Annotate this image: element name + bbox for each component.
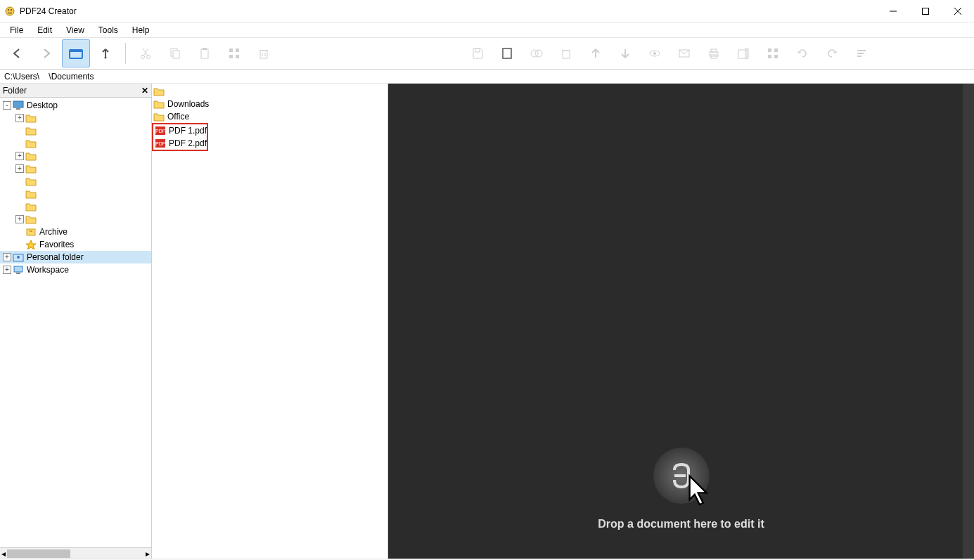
tree-row[interactable]: Archive bbox=[0, 226, 151, 238]
tree-row[interactable] bbox=[0, 137, 151, 150]
file-row-pdf[interactable]: PDFPDF 2.pdf bbox=[153, 137, 207, 150]
rotate-right-button[interactable] bbox=[818, 39, 846, 67]
scroll-left-icon[interactable]: ◂ bbox=[1, 549, 6, 559]
file-row-folder[interactable]: Downloads bbox=[152, 98, 387, 110]
grid-view-button[interactable] bbox=[220, 39, 248, 67]
move-down-button[interactable] bbox=[611, 39, 639, 67]
folder-header: Folder ✕ bbox=[0, 84, 151, 98]
pathbar: C:\Users\ \Documents bbox=[0, 70, 974, 84]
trash-button[interactable] bbox=[552, 39, 580, 67]
explorer-button[interactable] bbox=[62, 39, 90, 67]
path-prefix: C:\Users\ bbox=[4, 72, 39, 82]
svg-text:PDF: PDF bbox=[155, 129, 165, 134]
tree-scrollbar[interactable]: ◂ ▸ bbox=[0, 547, 151, 559]
expand-icon[interactable]: + bbox=[15, 114, 24, 122]
svg-rect-8 bbox=[70, 50, 82, 52]
file-row-folder[interactable]: Office bbox=[152, 110, 387, 123]
menu-edit[interactable]: Edit bbox=[30, 23, 59, 37]
up-button[interactable] bbox=[91, 39, 120, 67]
email-button[interactable] bbox=[670, 39, 698, 67]
close-button[interactable] bbox=[942, 0, 974, 22]
file-row-folder[interactable] bbox=[152, 85, 387, 98]
folder-pane-close[interactable]: ✕ bbox=[141, 86, 148, 96]
folder-header-label: Folder bbox=[3, 86, 27, 96]
save-button[interactable] bbox=[463, 39, 492, 67]
svg-line-12 bbox=[143, 48, 148, 56]
tree-row[interactable]: + bbox=[0, 150, 151, 162]
svg-point-11 bbox=[147, 56, 150, 59]
svg-rect-48 bbox=[16, 108, 20, 110]
scroll-right-icon[interactable]: ▸ bbox=[146, 549, 150, 559]
expand-icon[interactable]: + bbox=[15, 152, 24, 160]
svg-rect-30 bbox=[563, 51, 570, 58]
back-button[interactable] bbox=[3, 39, 31, 67]
tree-row[interactable]: +Workspace bbox=[0, 263, 151, 276]
path-suffix: \Documents bbox=[49, 72, 94, 82]
folder-icon bbox=[153, 112, 165, 122]
file-label: PDF 1.pdf bbox=[169, 126, 207, 136]
menu-tools[interactable]: Tools bbox=[91, 23, 125, 37]
menu-file[interactable]: File bbox=[3, 23, 30, 37]
print-button[interactable] bbox=[700, 39, 728, 67]
new-doc-button[interactable] bbox=[493, 39, 521, 67]
svg-rect-53 bbox=[14, 266, 23, 272]
tree-row[interactable]: Favorites bbox=[0, 238, 151, 251]
file-list-pane[interactable]: DownloadsOfficePDFPDF 1.pdfPDFPDF 2.pdf bbox=[152, 84, 388, 559]
forward-button[interactable] bbox=[32, 39, 60, 67]
svg-point-1 bbox=[8, 9, 9, 11]
menu-help[interactable]: Help bbox=[125, 23, 157, 37]
thumbnails-button[interactable] bbox=[759, 39, 787, 67]
svg-rect-21 bbox=[236, 55, 239, 58]
delete-button[interactable] bbox=[250, 39, 278, 67]
svg-rect-42 bbox=[768, 55, 771, 58]
titlebar: PDF24 Creator bbox=[0, 0, 974, 22]
favorites-icon bbox=[25, 240, 37, 249]
copy-button[interactable] bbox=[161, 39, 189, 67]
tree-row[interactable]: + bbox=[0, 112, 151, 124]
desktop-icon bbox=[13, 100, 24, 110]
expand-icon[interactable]: + bbox=[3, 253, 11, 261]
fax-button[interactable] bbox=[729, 39, 757, 67]
folder-icon bbox=[25, 113, 37, 123]
rotate-left-button[interactable] bbox=[788, 39, 816, 67]
tree-row[interactable] bbox=[0, 200, 151, 213]
tree-row[interactable]: -Desktop bbox=[0, 99, 151, 112]
file-row-pdf[interactable]: PDFPDF 1.pdf bbox=[153, 124, 207, 137]
tree-row[interactable] bbox=[0, 188, 151, 200]
minimize-button[interactable] bbox=[877, 0, 909, 22]
expand-icon[interactable]: + bbox=[3, 266, 11, 274]
tree-row[interactable] bbox=[0, 124, 151, 137]
editor-scrollbar[interactable] bbox=[963, 84, 974, 559]
editor-pane[interactable]: Drop a document here to edit it bbox=[388, 84, 974, 559]
tree-row[interactable]: + bbox=[0, 162, 151, 175]
maximize-button[interactable] bbox=[909, 0, 942, 22]
expand-icon[interactable]: + bbox=[15, 215, 24, 223]
cut-button[interactable] bbox=[132, 39, 160, 67]
svg-point-29 bbox=[535, 50, 542, 57]
svg-rect-16 bbox=[201, 49, 208, 58]
merge-button[interactable] bbox=[523, 39, 551, 67]
tree-label: Archive bbox=[38, 227, 69, 237]
collapse-icon[interactable]: - bbox=[3, 101, 11, 110]
tree-row[interactable]: +Personal folder bbox=[0, 251, 151, 263]
menu-view[interactable]: View bbox=[59, 23, 91, 37]
folder-tree[interactable]: -Desktop++++ArchiveFavorites+Personal fo… bbox=[0, 98, 151, 547]
tree-row[interactable] bbox=[0, 175, 151, 188]
toolbar bbox=[0, 38, 974, 70]
svg-text:PDF: PDF bbox=[155, 141, 165, 146]
svg-point-28 bbox=[531, 50, 538, 57]
expand-icon[interactable]: + bbox=[15, 164, 24, 173]
folder-icon bbox=[153, 86, 165, 96]
sort-button[interactable] bbox=[847, 39, 876, 67]
move-up-button[interactable] bbox=[582, 39, 610, 67]
tree-row[interactable]: + bbox=[0, 213, 151, 226]
scroll-thumb[interactable] bbox=[7, 549, 70, 558]
folder-pane: Folder ✕ -Desktop++++ArchiveFavorites+Pe… bbox=[0, 84, 152, 559]
folder-icon bbox=[25, 164, 37, 174]
preview-button[interactable] bbox=[641, 39, 669, 67]
svg-point-33 bbox=[653, 52, 656, 55]
svg-rect-26 bbox=[475, 48, 480, 52]
paste-button[interactable] bbox=[191, 39, 219, 67]
svg-rect-19 bbox=[236, 48, 239, 52]
svg-rect-43 bbox=[774, 55, 778, 58]
